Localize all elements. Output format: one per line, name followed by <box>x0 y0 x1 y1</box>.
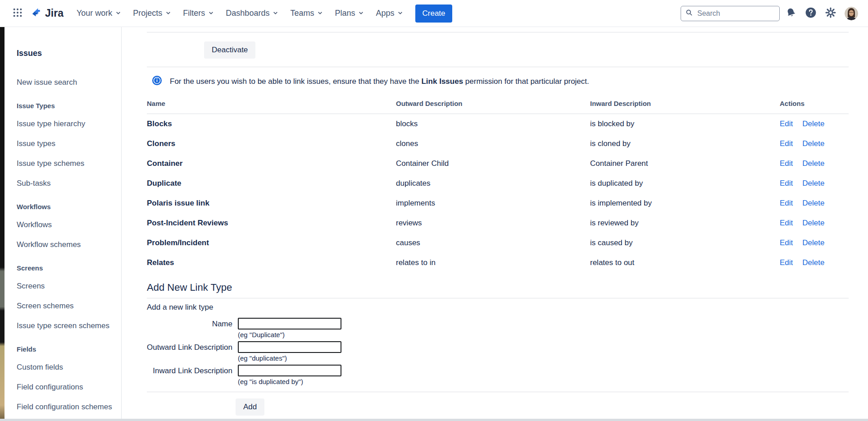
sidebar-item-field-configurations[interactable]: Field configurations <box>17 377 117 397</box>
sidebar-item-issue-type-schemes[interactable]: Issue type schemes <box>17 154 117 174</box>
table-row: Polaris issue link implements is impleme… <box>147 193 849 213</box>
delete-link[interactable]: Delete <box>802 258 824 267</box>
info-text: For the users you wish to be able to lin… <box>170 77 589 86</box>
help-button[interactable] <box>802 5 819 22</box>
notifications-button[interactable] <box>782 5 800 22</box>
form-row-inward: Inward Link Description (eg "is duplicat… <box>147 365 849 385</box>
sidebar-item-issue-type-screen-schemes[interactable]: Issue type screen schemes <box>17 316 117 336</box>
nav-item-teams[interactable]: Teams <box>284 5 329 22</box>
link-types-table: Name Outward Description Inward Descript… <box>147 100 849 273</box>
deactivate-button[interactable]: Deactivate <box>204 41 255 59</box>
jira-logo[interactable]: Jira <box>31 6 64 21</box>
column-header-actions: Actions <box>780 100 849 114</box>
info-text-post: permission for that particular project. <box>463 77 589 86</box>
add-new-link-type-subtitle: Add a new link type <box>147 303 849 312</box>
link-type-name: Container <box>147 154 396 174</box>
add-button-row: Add <box>236 398 849 416</box>
outward-description: reviews <box>396 213 590 233</box>
search-input[interactable] <box>696 9 775 18</box>
nav-item-plans[interactable]: Plans <box>329 5 370 22</box>
info-note: For the users you wish to be able to lin… <box>152 75 849 88</box>
delete-link[interactable]: Delete <box>802 159 824 168</box>
nav-item-filters[interactable]: Filters <box>177 5 220 22</box>
outward-description: clones <box>396 134 590 154</box>
inward-description-field[interactable] <box>238 365 341 376</box>
section-divider <box>147 32 849 32</box>
user-avatar[interactable] <box>843 5 860 22</box>
edit-link[interactable]: Edit <box>780 219 793 227</box>
delete-link[interactable]: Delete <box>802 199 824 207</box>
outward-description: implements <box>396 193 590 213</box>
table-row: Relates relates to in relates to out Edi… <box>147 253 849 273</box>
inward-description: is duplicated by <box>590 174 780 193</box>
name-field[interactable] <box>238 318 341 329</box>
link-type-name: Blocks <box>147 114 396 134</box>
edit-link[interactable]: Edit <box>780 238 793 247</box>
create-button[interactable]: Create <box>415 5 452 23</box>
edit-link[interactable]: Edit <box>780 159 793 168</box>
sidebar-item-screens[interactable]: Screens <box>17 276 117 296</box>
inward-description-field-hint: (eg "is duplicated by") <box>238 378 341 385</box>
nav-item-projects[interactable]: Projects <box>127 5 177 22</box>
sidebar-item-sub-tasks[interactable]: Sub-tasks <box>17 174 117 193</box>
link-type-name: Problem/Incident <box>147 233 396 253</box>
add-new-link-type-title: Add New Link Type <box>147 282 849 298</box>
sidebar-item-field-configuration-schemes[interactable]: Field configuration schemes <box>17 397 117 417</box>
form-row-outward: Outward Link Description (eg "duplicates… <box>147 341 849 362</box>
sidebar-item-new-issue-search[interactable]: New issue search <box>17 73 117 92</box>
section-divider <box>147 67 849 67</box>
sidebar-item-workflow-schemes[interactable]: Workflow schemes <box>17 235 117 255</box>
link-type-name: Cloners <box>147 134 396 154</box>
help-icon <box>805 7 817 20</box>
top-navigation-bar: Jira Your work Projects Filters Dashboar… <box>0 0 868 27</box>
sidebar-item-workflows[interactable]: Workflows <box>17 215 117 235</box>
sidebar-title: Issues <box>17 43 117 63</box>
inward-description: relates to out <box>590 253 780 273</box>
section-divider <box>147 392 849 392</box>
delete-link[interactable]: Delete <box>802 139 824 148</box>
edit-link[interactable]: Edit <box>780 139 793 148</box>
name-field-hint: (eg "Duplicate") <box>238 331 341 339</box>
gear-icon <box>825 7 836 19</box>
inward-description: is blocked by <box>590 114 780 134</box>
delete-link[interactable]: Delete <box>802 119 824 128</box>
chevron-down-icon <box>358 9 364 18</box>
nav-item-dashboards[interactable]: Dashboards <box>220 5 284 22</box>
edit-link[interactable]: Edit <box>780 258 793 267</box>
outward-description-field[interactable] <box>238 341 341 353</box>
settings-button[interactable] <box>822 5 839 22</box>
delete-link[interactable]: Delete <box>802 238 824 247</box>
sidebar-item-issue-type-hierarchy[interactable]: Issue type hierarchy <box>17 114 117 134</box>
table-row: Cloners clones is cloned by EditDelete <box>147 134 849 154</box>
nav-item-label: Your work <box>77 9 112 18</box>
bell-icon <box>786 7 796 19</box>
app-switcher-button[interactable] <box>9 5 26 22</box>
page-body: Issues New issue search Issue Types Issu… <box>0 27 868 421</box>
delete-link[interactable]: Delete <box>802 179 824 188</box>
inward-description: is cloned by <box>590 134 780 154</box>
jira-logo-icon <box>31 6 42 21</box>
link-type-name: Post-Incident Reviews <box>147 213 396 233</box>
add-link-type-form: Name (eg "Duplicate") Outward Link Descr… <box>147 318 849 385</box>
search-box[interactable] <box>681 6 780 21</box>
delete-link[interactable]: Delete <box>802 219 824 227</box>
window-bottom-edge <box>0 419 868 421</box>
info-icon <box>152 75 162 88</box>
edit-link[interactable]: Edit <box>780 179 793 188</box>
nav-item-apps[interactable]: Apps <box>370 5 409 22</box>
table-row: Duplicate duplicates is duplicated by Ed… <box>147 174 849 193</box>
issue-linking-main: Deactivate For the users you wish to be … <box>122 27 868 421</box>
sidebar-item-screen-schemes[interactable]: Screen schemes <box>17 296 117 316</box>
nav-item-label: Plans <box>335 9 355 18</box>
column-header-name: Name <box>147 100 396 114</box>
sidebar-item-custom-fields[interactable]: Custom fields <box>17 357 117 377</box>
edit-link[interactable]: Edit <box>780 199 793 207</box>
add-button[interactable]: Add <box>236 398 264 416</box>
nav-item-your-work[interactable]: Your work <box>71 5 127 22</box>
sidebar-item-issue-types[interactable]: Issue types <box>17 134 117 154</box>
sidebar-heading-workflows: Workflows <box>17 198 117 215</box>
edit-link[interactable]: Edit <box>780 119 793 128</box>
chevron-down-icon <box>208 9 214 18</box>
link-type-name: Duplicate <box>147 174 396 193</box>
name-field-label: Name <box>147 318 232 339</box>
